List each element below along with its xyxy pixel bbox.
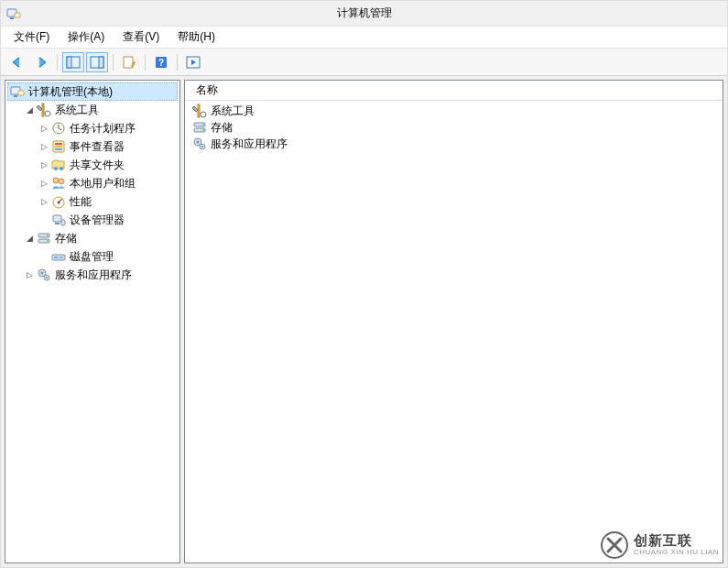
tree-node-event-viewer[interactable]: ▷ 事件查看器 bbox=[7, 137, 178, 156]
collapse-icon[interactable]: ◢ bbox=[24, 233, 35, 244]
svg-rect-1 bbox=[10, 17, 14, 19]
forward-button[interactable] bbox=[30, 52, 52, 72]
list-item[interactable]: 系统工具 bbox=[189, 103, 719, 119]
refresh-button[interactable] bbox=[182, 52, 204, 72]
svg-rect-37 bbox=[59, 257, 63, 258]
watermark-en: CHUANG XIN HU LIAN bbox=[634, 549, 719, 557]
svg-rect-19 bbox=[55, 143, 62, 145]
svg-rect-36 bbox=[54, 257, 58, 258]
tree-node-system-tools[interactable]: ◢ 系统工具 bbox=[7, 101, 178, 119]
tree-node-task-scheduler[interactable]: ▷ 任务计划程序 bbox=[7, 119, 178, 137]
storage-icon bbox=[37, 231, 51, 246]
list-body: 系统工具 存储 服务和应用程序 bbox=[185, 101, 723, 154]
expander-spacer bbox=[38, 214, 49, 225]
expand-icon[interactable]: ▷ bbox=[38, 159, 49, 170]
tree-label: 存储 bbox=[55, 231, 77, 246]
list-item[interactable]: 服务和应用程序 bbox=[189, 136, 719, 152]
svg-point-47 bbox=[202, 129, 204, 131]
storage-icon bbox=[192, 120, 207, 135]
toolbar-separator bbox=[57, 54, 58, 71]
show-hide-tree-button[interactable] bbox=[62, 52, 84, 72]
tree-label: 任务计划程序 bbox=[70, 121, 136, 137]
svg-point-33 bbox=[47, 235, 49, 236]
svg-rect-29 bbox=[55, 223, 60, 224]
svg-rect-2 bbox=[15, 13, 20, 17]
svg-rect-20 bbox=[55, 146, 62, 147]
collapse-icon[interactable]: ◢ bbox=[24, 104, 35, 115]
column-name[interactable]: 名称 bbox=[192, 81, 715, 100]
content-area: 计算机管理(本地) ◢ 系统工具 ▷ 任务计划程序 bbox=[1, 76, 727, 567]
expander-spacer bbox=[38, 251, 49, 262]
tools-icon bbox=[37, 103, 51, 117]
tree-label: 性能 bbox=[70, 194, 92, 210]
expand-icon[interactable]: ▷ bbox=[38, 178, 49, 189]
tree-node-local-users[interactable]: ▷ 本地用户和组 bbox=[7, 174, 178, 192]
list-item-label: 服务和应用程序 bbox=[211, 137, 288, 152]
performance-icon bbox=[51, 194, 66, 209]
tree: 计算机管理(本地) ◢ 系统工具 ▷ 任务计划程序 bbox=[5, 81, 179, 286]
tree-node-performance[interactable]: ▷ 性能 bbox=[7, 192, 178, 211]
svg-rect-28 bbox=[53, 215, 61, 222]
svg-rect-21 bbox=[55, 148, 62, 150]
svg-point-39 bbox=[41, 272, 44, 275]
window-title: 计算机管理 bbox=[27, 5, 701, 21]
tree-node-disk-management[interactable]: 磁盘管理 bbox=[7, 247, 178, 266]
help-button[interactable]: ? bbox=[150, 52, 172, 72]
watermark: 创新互联 CHUANG XIN HU LIAN bbox=[601, 531, 719, 559]
svg-point-49 bbox=[197, 141, 200, 144]
svg-rect-13 bbox=[14, 95, 17, 97]
tree-node-services[interactable]: ▷ 服务和应用程序 bbox=[7, 266, 178, 284]
svg-rect-15 bbox=[42, 104, 44, 116]
expand-icon[interactable]: ▷ bbox=[24, 269, 35, 280]
event-viewer-icon bbox=[51, 139, 66, 154]
tree-label: 系统工具 bbox=[55, 103, 99, 118]
watermark-logo-icon bbox=[601, 531, 628, 559]
svg-point-27 bbox=[58, 202, 60, 204]
app-icon bbox=[6, 6, 21, 21]
clock-icon bbox=[51, 121, 66, 136]
svg-point-22 bbox=[54, 167, 58, 170]
tree-label: 服务和应用程序 bbox=[55, 268, 132, 283]
tree-node-device-manager[interactable]: 设备管理器 bbox=[7, 211, 178, 229]
window-frame: 计算机管理 文件(F) 操作(A) 查看(V) 帮助(H) ? bbox=[0, 0, 728, 568]
menu-action[interactable]: 操作(A) bbox=[59, 27, 114, 48]
tree-label: 计算机管理(本地) bbox=[28, 84, 113, 100]
menubar: 文件(F) 操作(A) 查看(V) 帮助(H) bbox=[1, 27, 727, 49]
svg-marker-11 bbox=[191, 60, 196, 65]
list-item[interactable]: 存储 bbox=[189, 119, 719, 136]
svg-point-43 bbox=[201, 112, 206, 117]
show-hide-action-button[interactable] bbox=[86, 52, 108, 72]
properties-button[interactable] bbox=[118, 52, 140, 72]
svg-point-24 bbox=[53, 178, 59, 183]
titlebar: 计算机管理 bbox=[1, 1, 727, 27]
svg-point-34 bbox=[47, 240, 49, 242]
tree-label: 磁盘管理 bbox=[70, 249, 114, 265]
tree-label: 设备管理器 bbox=[70, 213, 125, 228]
list-item-label: 系统工具 bbox=[211, 104, 255, 119]
menu-view[interactable]: 查看(V) bbox=[114, 27, 168, 48]
services-icon bbox=[192, 137, 207, 151]
disk-management-icon bbox=[51, 249, 66, 264]
computer-management-icon bbox=[10, 84, 25, 99]
tree-node-root[interactable]: 计算机管理(本地) bbox=[7, 82, 178, 101]
expand-icon[interactable]: ▷ bbox=[38, 196, 49, 207]
device-manager-icon bbox=[51, 213, 66, 227]
tree-label: 共享文件夹 bbox=[70, 158, 125, 173]
toolbar-separator bbox=[145, 54, 146, 71]
tree-label: 本地用户和组 bbox=[70, 176, 136, 191]
expand-icon[interactable]: ▷ bbox=[38, 123, 49, 134]
toolbar-separator bbox=[177, 54, 178, 71]
svg-point-41 bbox=[46, 277, 48, 279]
menu-file[interactable]: 文件(F) bbox=[5, 27, 59, 48]
expand-icon[interactable]: ▷ bbox=[38, 141, 49, 152]
tree-node-shared-folders[interactable]: ▷ 共享文件夹 bbox=[7, 156, 178, 174]
svg-rect-6 bbox=[99, 57, 103, 68]
tree-pane: 计算机管理(本地) ◢ 系统工具 ▷ 任务计划程序 bbox=[5, 80, 180, 563]
list-header: 名称 bbox=[185, 81, 723, 101]
shared-folder-icon bbox=[51, 158, 66, 172]
back-button[interactable] bbox=[6, 52, 28, 72]
tree-node-storage[interactable]: ◢ 存储 bbox=[7, 229, 178, 247]
tools-icon bbox=[192, 104, 207, 118]
menu-help[interactable]: 帮助(H) bbox=[168, 27, 224, 48]
svg-rect-30 bbox=[61, 220, 65, 225]
